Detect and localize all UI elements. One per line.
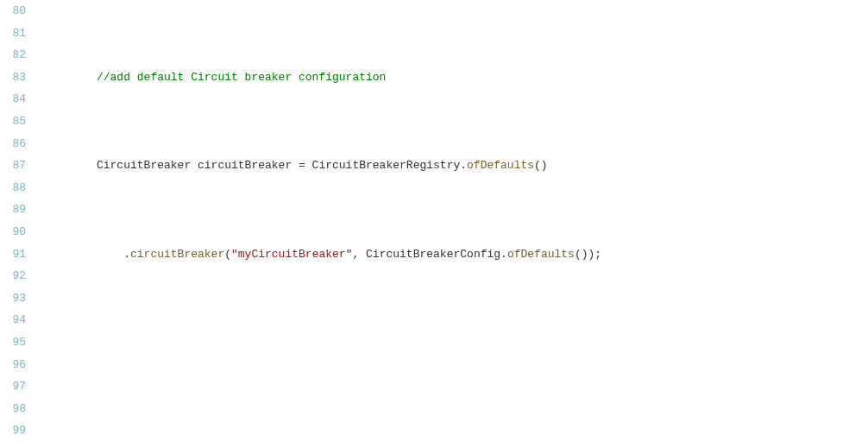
- token: CircuitBreaker circuitBreaker = CircuitB…: [97, 159, 467, 172]
- code-line: CircuitBreaker circuitBreaker = CircuitB…: [41, 155, 868, 177]
- token-method: circuitBreaker: [130, 248, 224, 261]
- line-number-gutter: 80 81 82 83 84 85 86 87 88 89 90 91 92 9…: [0, 0, 41, 442]
- code-line: .circuitBreaker("myCircuitBreaker", Circ…: [41, 243, 868, 266]
- token: (: [224, 248, 231, 261]
- line-number: 82: [0, 44, 26, 66]
- code-area[interactable]: //add default Circuit breaker configurat…: [41, 0, 868, 442]
- token: ());: [575, 248, 601, 261]
- line-number: 94: [0, 309, 26, 332]
- code-line: //add default Circuit breaker configurat…: [41, 66, 868, 89]
- line-number: 80: [0, 0, 26, 22]
- code-line: [41, 332, 868, 354]
- line-number: 85: [0, 110, 26, 133]
- token-method: ofDefaults: [467, 159, 534, 172]
- line-number: 88: [0, 177, 26, 199]
- line-number: 96: [0, 354, 26, 376]
- line-number: 92: [0, 265, 26, 287]
- token: .: [123, 248, 130, 261]
- token: , CircuitBreakerConfig.: [352, 248, 506, 261]
- line-number: 97: [0, 376, 26, 398]
- line-number: 91: [0, 243, 26, 266]
- token-string: "myCircuitBreaker": [231, 248, 352, 261]
- token-method: ofDefaults: [507, 248, 575, 261]
- line-number: 90: [0, 221, 26, 243]
- line-number: 98: [0, 398, 26, 420]
- line-number: 89: [0, 199, 26, 221]
- line-number: 86: [0, 133, 26, 155]
- token-comment: //add default Circuit breaker configurat…: [97, 71, 386, 84]
- line-number: 83: [0, 66, 26, 89]
- line-number: 93: [0, 287, 26, 310]
- line-number: 95: [0, 332, 26, 354]
- line-number: 87: [0, 155, 26, 177]
- token: (): [534, 159, 548, 172]
- code-line: [41, 420, 868, 442]
- line-number: 81: [0, 22, 26, 45]
- line-number: 99: [0, 420, 26, 442]
- line-number: 84: [0, 88, 26, 110]
- code-editor: 80 81 82 83 84 85 86 87 88 89 90 91 92 9…: [0, 0, 868, 442]
